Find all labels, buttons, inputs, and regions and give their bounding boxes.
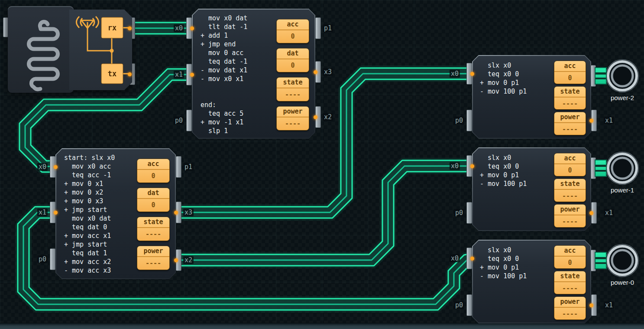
- circuit-board[interactable]: rx tx mov x0 dat tlt dat -1 + add 1 + jm…: [0, 0, 644, 329]
- register-name: power: [277, 107, 309, 117]
- register-name: power: [554, 205, 586, 215]
- power-output-power-1: [605, 151, 639, 185]
- port-label-x1-port-mc_p1: x1: [604, 209, 614, 217]
- microcontroller-main[interactable]: mov x0 dat tlt dat -1 + add 1 + jmp end …: [192, 9, 315, 139]
- code-editor-power-1[interactable]: slx x0 teq x0 0 + mov 0 p1 - mov 100 p1: [480, 153, 527, 188]
- port-label-x0-port-mc_top: x0: [174, 24, 184, 32]
- power-output-power-2: [605, 59, 639, 93]
- port-label-p0-port-mc_p0: p0: [454, 301, 464, 309]
- port-tab-p0-port-mc_left[interactable]: [50, 248, 55, 270]
- register-dat: dat0: [276, 48, 309, 72]
- port-label-p1-port-mc_top: p1: [323, 24, 333, 32]
- register-value: ----: [554, 282, 586, 294]
- register-column: acc0dat0state----power----: [137, 159, 170, 275]
- port-label-p0-port-mc_p1: p0: [454, 209, 464, 217]
- register-power: power----: [137, 246, 170, 270]
- port-dot-x2-port-mc_left: [174, 258, 178, 262]
- register-name: state: [277, 78, 309, 88]
- register-state: state----: [554, 179, 586, 202]
- code-editor-power-0[interactable]: slx x0 teq x0 0 + mov 0 p1 - mov 100 p1: [480, 246, 527, 280]
- register-name: state: [554, 179, 586, 190]
- register-name: acc: [137, 159, 169, 170]
- port-dot-x0-port-mc_p2: [470, 72, 474, 76]
- port-label-x0-port-mc_left: x0: [37, 163, 48, 171]
- register-value: 0: [554, 72, 586, 84]
- radio-transceiver-module[interactable]: rx tx: [8, 6, 134, 93]
- register-acc: acc0: [554, 153, 586, 176]
- register-name: state: [554, 271, 586, 282]
- register-name: acc: [554, 246, 586, 257]
- tx-pad[interactable]: tx: [101, 64, 123, 84]
- power-output-label-power-2: power-2: [602, 94, 642, 101]
- port-dot-x1-port-mc_p1: [589, 211, 593, 215]
- code-editor-dispatch[interactable]: start: slx x0 mov x0 acc teq acc -1 + mo…: [64, 153, 115, 275]
- port-dot-x1-port-mc_top: [190, 73, 194, 77]
- power-output-power-0: [605, 244, 639, 277]
- register-name: state: [137, 217, 169, 228]
- port-label-x1-port-mc_p2: x1: [604, 117, 614, 124]
- register-power: power----: [554, 296, 586, 320]
- port-tab-p0-port-mc_p2[interactable]: [466, 110, 472, 131]
- port-dot-x1-port-mc_p0: [589, 303, 593, 307]
- register-name: acc: [277, 20, 309, 30]
- port-dot-x0-port-mc_p1: [470, 164, 474, 168]
- register-name: acc: [554, 61, 586, 72]
- register-column: acc0dat0state----power----: [276, 19, 309, 135]
- port-dot-pad-port-radio: [128, 26, 132, 30]
- port-label-x0-port-mc_p2: x0: [450, 70, 460, 78]
- port-tab-p0-port-mc_p1[interactable]: [466, 202, 472, 224]
- register-value: 0: [554, 257, 586, 269]
- port-dot-x1-port-mc_left: [54, 211, 58, 215]
- port-tab-p0-port-mc_top[interactable]: [186, 110, 192, 131]
- rx-pad[interactable]: rx: [101, 17, 123, 38]
- microcontroller-power-1[interactable]: slx x0 teq x0 0 + mov 0 p1 - mov 100 p1 …: [472, 147, 591, 231]
- power-output-label-power-0: power-0: [602, 279, 642, 286]
- port-dot-x0-port-mc_top: [190, 26, 194, 30]
- register-name: state: [554, 87, 586, 98]
- register-value: ----: [554, 215, 586, 228]
- port-label-p0-port-mc_top: p0: [174, 117, 184, 124]
- code-editor-main[interactable]: mov x0 dat tlt dat -1 + add 1 + jmp end …: [201, 14, 247, 135]
- register-value: ----: [554, 190, 586, 202]
- register-acc: acc0: [276, 19, 309, 43]
- register-value: ----: [137, 228, 169, 241]
- chip-body: start: slx x0 mov x0 acc teq acc -1 + mo…: [56, 149, 175, 278]
- port-label-x1-port-mc_left: x1: [37, 208, 48, 216]
- register-power: power----: [554, 204, 586, 228]
- port-dot-x3-port-mc_top: [314, 70, 317, 74]
- port-label-x3-port-mc_top: x3: [323, 68, 333, 76]
- port-label-x2-port-mc_top: x2: [323, 113, 333, 121]
- power-output-label-power-1: power-1: [602, 186, 642, 194]
- port-label-p0-port-mc_p2: p0: [454, 117, 464, 124]
- port-tab-p0-port-mc_p0[interactable]: [466, 294, 472, 316]
- register-value: ----: [277, 88, 309, 101]
- chip-body: slx x0 teq x0 0 + mov 0 p1 - mov 100 p1 …: [473, 148, 590, 230]
- register-name: power: [554, 297, 586, 308]
- port-label-x2-port-mc_left: x2: [183, 256, 194, 264]
- port-label-x0-port-mc_p0: x0: [450, 254, 460, 262]
- code-editor-power-2[interactable]: slx x0 teq x0 0 + mov 0 p1 - mov 100 p1: [480, 61, 527, 96]
- register-value: ----: [554, 123, 586, 135]
- port-label-x1-port-mc_p0: x1: [604, 301, 614, 309]
- register-value: ----: [554, 308, 586, 320]
- port-tab-p1-port-mc_top[interactable]: [315, 17, 321, 39]
- tx-label: tx: [108, 69, 117, 78]
- chip-body: slx x0 teq x0 0 + mov 0 p1 - mov 100 p1 …: [473, 56, 590, 138]
- register-value: ----: [554, 98, 586, 110]
- port-dot-x3-port-mc_left: [174, 211, 178, 215]
- antenna-coil-icon: [29, 22, 58, 89]
- port-label-x0-port-mc_p1: x0: [450, 162, 460, 170]
- register-value: ----: [277, 117, 309, 130]
- register-column: acc0state----power----: [554, 153, 586, 230]
- register-name: power: [554, 112, 586, 123]
- microcontroller-power-2[interactable]: slx x0 teq x0 0 + mov 0 p1 - mov 100 p1 …: [472, 55, 591, 139]
- port-label-x1-port-mc_top: x1: [174, 71, 184, 78]
- microcontroller-dispatch[interactable]: start: slx x0 mov x0 acc teq acc -1 + mo…: [55, 148, 176, 279]
- register-column: acc0state----power----: [554, 245, 586, 322]
- register-value: 0: [137, 199, 169, 212]
- microcontroller-power-0[interactable]: slx x0 teq x0 0 + mov 0 p1 - mov 100 p1 …: [472, 240, 591, 323]
- port-tab-p1-port-mc_left[interactable]: [176, 156, 181, 178]
- chip-body: mov x0 dat tlt dat -1 + add 1 + jmp end …: [193, 10, 314, 138]
- register-acc: acc0: [554, 61, 586, 84]
- port-dot-x0-port-mc_left: [54, 165, 58, 169]
